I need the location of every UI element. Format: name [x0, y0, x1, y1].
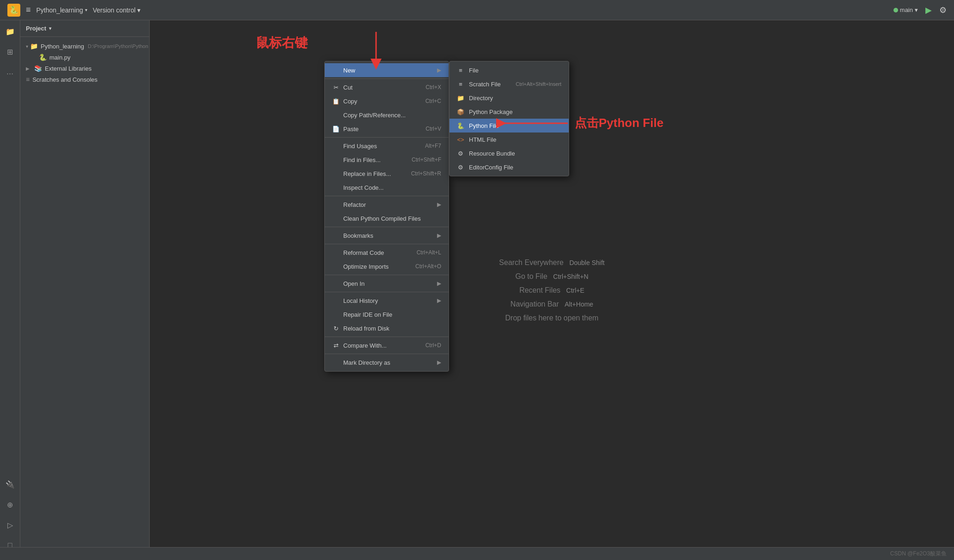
- structure-icon[interactable]: ⊞: [3, 44, 18, 59]
- submenu-item-directory[interactable]: 📁 Directory: [450, 91, 569, 105]
- annotation-right-click-text: 鼠标右键: [256, 36, 308, 50]
- menu-item-refactor[interactable]: Refactor ▶: [325, 198, 449, 211]
- submenu-item-python-package-label: Python Package: [469, 108, 513, 115]
- menu-item-copy[interactable]: 📋 Copy Ctrl+C: [325, 94, 449, 108]
- reformat-code-icon: [332, 249, 340, 256]
- cut-shortcut: Ctrl+X: [425, 84, 441, 90]
- hint-goto-file[interactable]: Go to File Ctrl+Shift+N: [499, 272, 604, 281]
- hint-search-everywhere[interactable]: Search Everywhere Double Shift: [499, 259, 604, 267]
- menu-item-copy-path-label: Copy Path/Reference...: [343, 112, 406, 119]
- menu-item-local-history[interactable]: Local History ▶: [325, 294, 449, 307]
- hint-recent-shortcut: Ctrl+E: [566, 287, 584, 294]
- run-configs-icon[interactable]: ▷: [3, 518, 18, 532]
- submenu-item-scratch-file[interactable]: ≡ Scratch File Ctrl+Alt+Shift+Insert: [450, 77, 569, 91]
- menu-sep-3: [325, 196, 449, 196]
- submenu-item-html-file-label: HTML File: [469, 136, 496, 143]
- menu-item-reload-disk[interactable]: ↻ Reload from Disk: [325, 321, 449, 335]
- hamburger-menu[interactable]: ≡: [26, 5, 31, 15]
- menu-item-replace-files[interactable]: Replace in Files... Ctrl+Shift+R: [325, 167, 449, 181]
- menu-item-repair-ide-label: Repair IDE on File: [343, 311, 392, 318]
- menu-item-new[interactable]: New ▶: [325, 63, 449, 77]
- submenu-item-file[interactable]: ≡ File: [450, 63, 569, 77]
- python-package-icon: 📦: [457, 108, 464, 115]
- more-icon[interactable]: …: [3, 65, 18, 79]
- project-selector[interactable]: Python_learning ▾: [36, 6, 87, 14]
- menu-item-find-usages[interactable]: Find Usages Alt+F7: [325, 139, 449, 153]
- menu-item-repair-ide[interactable]: Repair IDE on File: [325, 307, 449, 321]
- submenu-item-html-file[interactable]: <> HTML File: [450, 132, 569, 146]
- reformat-code-shortcut: Ctrl+Alt+L: [417, 249, 441, 256]
- menu-sep-6: [325, 275, 449, 275]
- sidebar-header[interactable]: Project ▾: [20, 20, 149, 37]
- sidebar-title: Project: [26, 25, 46, 32]
- settings-icon[interactable]: ⚙: [939, 5, 947, 15]
- tree-toggle-external-libs: ▶: [26, 66, 32, 71]
- branch-label: main: [900, 6, 913, 13]
- menu-item-inspect-code-label: Inspect Code...: [343, 184, 383, 191]
- bookmarks-icon: [332, 232, 340, 239]
- submenu-item-python-file[interactable]: 🐍 Python File: [450, 119, 569, 132]
- main-layout: 📁 ⊞ … 🔌 ⊕ ▷ □ Project ▾ ▾ 📁 Python_learn…: [0, 20, 954, 560]
- find-files-shortcut: Ctrl+Shift+F: [412, 157, 441, 163]
- paste-icon: 📄: [332, 125, 340, 132]
- menu-item-find-files[interactable]: Find in Files... Ctrl+Shift+F: [325, 153, 449, 167]
- menu-item-paste-label: Paste: [343, 126, 359, 132]
- menu-item-open-in[interactable]: Open In ▶: [325, 277, 449, 290]
- submenu-item-file-label: File: [469, 67, 479, 74]
- menu-item-bookmarks[interactable]: Bookmarks ▶: [325, 229, 449, 242]
- annotation-right-click: 鼠标右键: [256, 34, 308, 52]
- paste-shortcut: Ctrl+V: [425, 126, 441, 132]
- scratch-icon: ≡: [26, 76, 30, 83]
- tree-item-main-py[interactable]: 🐍 main.py: [20, 52, 149, 63]
- hint-goto-shortcut: Ctrl+Shift+N: [553, 273, 588, 280]
- directory-icon: 📁: [457, 94, 464, 102]
- find-usages-shortcut: Alt+F7: [425, 143, 441, 149]
- tree-label-external-libraries: External Libraries: [45, 65, 91, 72]
- status-bar-right-text: CSDN @Fe2O3酸菜鱼: [890, 550, 947, 558]
- menu-item-optimize-imports[interactable]: Optimize Imports Ctrl+Alt+O: [325, 259, 449, 273]
- resource-bundle-icon: ⚙: [457, 150, 464, 157]
- copy-path-icon: [332, 111, 340, 119]
- tree-item-scratches[interactable]: ≡ Scratches and Consoles: [20, 74, 149, 85]
- context-menu: New ▶ ✂ Cut Ctrl+X 📋 Copy Ctrl+C Copy Pa…: [324, 61, 449, 372]
- layers-icon[interactable]: ⊕: [3, 497, 18, 512]
- plugins-icon[interactable]: 🔌: [3, 477, 18, 492]
- menu-item-paste[interactable]: 📄 Paste Ctrl+V: [325, 122, 449, 136]
- menu-item-mark-dir[interactable]: Mark Directory as ▶: [325, 355, 449, 369]
- scratch-file-shortcut: Ctrl+Alt+Shift+Insert: [516, 81, 561, 87]
- editorconfig-icon: ⚙: [457, 163, 464, 171]
- menu-item-copy-path[interactable]: Copy Path/Reference...: [325, 108, 449, 122]
- menu-sep-8: [325, 337, 449, 337]
- submenu-item-scratch-file-label: Scratch File: [469, 81, 501, 88]
- submenu-item-python-package[interactable]: 📦 Python Package: [450, 105, 569, 119]
- menu-item-clean-python[interactable]: Clean Python Compiled Files: [325, 211, 449, 225]
- menu-sep-1: [325, 78, 449, 79]
- sidebar-arrow: ▾: [49, 26, 51, 31]
- sidebar-tree: ▾ 📁 Python_learning D:\Program\Python\Py…: [20, 37, 149, 89]
- hint-nav-bar[interactable]: Navigation Bar Alt+Home: [499, 300, 604, 308]
- menu-item-reformat-code-label: Reformat Code: [343, 249, 384, 256]
- menu-item-reformat-code[interactable]: Reformat Code Ctrl+Alt+L: [325, 246, 449, 259]
- branch-arrow: ▾: [915, 6, 918, 13]
- sidebar-toggle-icon[interactable]: 📁: [3, 24, 18, 39]
- menu-item-cut[interactable]: ✂ Cut Ctrl+X: [325, 80, 449, 94]
- compare-with-icon: ⇄: [332, 342, 340, 349]
- version-control-selector[interactable]: Version control ▾: [93, 6, 141, 14]
- submenu-item-resource-bundle[interactable]: ⚙ Resource Bundle: [450, 146, 569, 160]
- menu-item-inspect-code[interactable]: Inspect Code...: [325, 181, 449, 194]
- menu-item-open-in-label: Open In: [343, 280, 365, 287]
- find-files-icon: [332, 156, 340, 163]
- empty-editor-hints: Search Everywhere Double Shift Go to Fil…: [499, 253, 604, 328]
- repair-ide-icon: [332, 311, 340, 318]
- tree-item-python-learning[interactable]: ▾ 📁 Python_learning D:\Program\Python\Py…: [20, 41, 149, 52]
- branch-selector[interactable]: main ▾: [893, 6, 918, 13]
- new-submenu-arrow: ▶: [437, 67, 441, 73]
- tree-item-external-libraries[interactable]: ▶ 📚 External Libraries: [20, 63, 149, 74]
- menu-item-compare-with[interactable]: ⇄ Compare With... Ctrl+D: [325, 338, 449, 352]
- submenu-item-editorconfig[interactable]: ⚙ EditorConfig File: [450, 160, 569, 174]
- run-button[interactable]: ▶: [925, 5, 932, 15]
- hint-recent-files[interactable]: Recent Files Ctrl+E: [499, 286, 604, 295]
- tree-label-python-learning: Python_learning: [41, 43, 84, 50]
- copy-shortcut: Ctrl+C: [425, 98, 441, 104]
- hint-recent-label: Recent Files: [519, 286, 560, 294]
